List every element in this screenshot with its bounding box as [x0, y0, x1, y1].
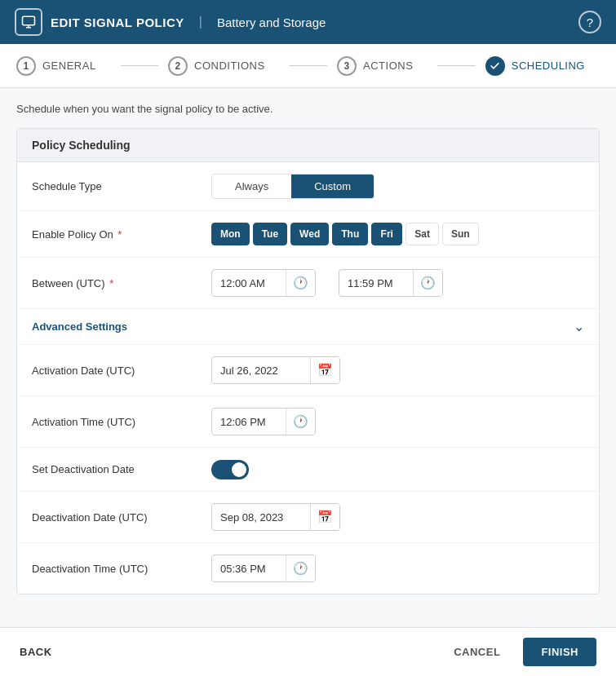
day-fri-button[interactable]: Fri	[371, 223, 402, 245]
step-connector-2	[290, 65, 327, 66]
step-conditions-label: CONDITIONS	[194, 60, 265, 72]
step-general-label: GENERAL	[42, 60, 96, 72]
between-control: 🕐 🕐	[211, 269, 584, 297]
header-separator: |	[199, 15, 202, 29]
finish-button[interactable]: FINISH	[523, 638, 596, 666]
header-left: EDIT SIGNAL POLICY | Battery and Storage	[15, 8, 326, 36]
step-general[interactable]: 1 GENERAL	[16, 56, 111, 76]
step-connector-1	[121, 65, 158, 66]
deactivation-date-label: Deactivation Date (UTC)	[32, 511, 211, 524]
between-row: Between (UTC) * 🕐 🕐	[17, 258, 599, 309]
day-mon-button[interactable]: Mon	[211, 223, 250, 245]
start-time-wrap: 🕐	[211, 269, 316, 297]
header-subtitle: Battery and Storage	[217, 15, 326, 29]
step-conditions[interactable]: 2 CONDITIONS	[168, 56, 280, 76]
header: EDIT SIGNAL POLICY | Battery and Storage…	[0, 0, 616, 44]
activation-date-control: 📅	[211, 356, 584, 384]
footer-right: CANCEL FINISH	[441, 638, 596, 666]
start-time-input[interactable]	[212, 272, 286, 295]
activation-time-label: Activation Time (UTC)	[32, 416, 211, 428]
deactivation-date-wrap: 📅	[211, 503, 340, 531]
end-time-input[interactable]	[339, 272, 413, 295]
advanced-settings-row[interactable]: Advanced Settings ⌄	[17, 309, 599, 345]
activation-time-input[interactable]	[212, 410, 286, 434]
set-deactivation-label: Set Deactivation Date	[32, 463, 211, 475]
header-title: EDIT SIGNAL POLICY	[51, 15, 184, 29]
day-tue-button[interactable]: Tue	[253, 223, 287, 245]
deactivation-date-row: Deactivation Date (UTC) 📅	[17, 492, 599, 543]
step-actions-label: ACTIONS	[363, 60, 413, 72]
card-title: Policy Scheduling	[17, 129, 599, 162]
step-scheduling-circle	[485, 56, 505, 76]
cancel-button[interactable]: CANCEL	[441, 638, 513, 666]
end-time-wrap: 🕐	[339, 269, 443, 297]
deactivation-date-control: 📅	[211, 503, 584, 531]
help-button[interactable]: ?	[578, 11, 601, 33]
set-deactivation-control	[211, 460, 584, 479]
activation-date-input[interactable]	[212, 359, 310, 382]
day-thu-button[interactable]: Thu	[332, 223, 368, 245]
between-label: Between (UTC) *	[32, 277, 211, 289]
start-time-icon[interactable]: 🕐	[286, 270, 315, 296]
steps-nav: 1 GENERAL 2 CONDITIONS 3 ACTIONS SCHEDUL…	[0, 44, 616, 88]
enable-policy-label: Enable Policy On *	[32, 228, 211, 241]
deactivation-time-wrap: 🕐	[211, 554, 316, 582]
chevron-down-icon: ⌄	[574, 319, 584, 334]
activation-time-row: Activation Time (UTC) 🕐	[17, 396, 599, 448]
schedule-always-button[interactable]: Always	[212, 175, 291, 198]
schedule-custom-button[interactable]: Custom	[291, 175, 374, 198]
deactivation-time-control: 🕐	[211, 554, 584, 582]
content-area: Schedule when you want the signal policy…	[0, 88, 616, 627]
page-description: Schedule when you want the signal policy…	[16, 103, 600, 115]
activation-time-wrap: 🕐	[211, 408, 316, 435]
step-actions[interactable]: 3 ACTIONS	[337, 56, 428, 76]
activation-date-calendar-icon[interactable]: 📅	[310, 357, 339, 383]
step-actions-circle: 3	[337, 56, 357, 76]
deactivation-time-label: Deactivation Time (UTC)	[32, 563, 211, 575]
step-conditions-circle: 2	[168, 56, 188, 76]
activation-date-wrap: 📅	[211, 356, 340, 384]
deactivation-time-icon[interactable]: 🕐	[286, 555, 315, 581]
back-button[interactable]: BACK	[20, 646, 52, 658]
schedule-type-label: Schedule Type	[32, 180, 211, 192]
footer: BACK CANCEL FINISH	[0, 627, 616, 676]
step-general-circle: 1	[16, 56, 36, 76]
signal-icon	[15, 8, 42, 36]
step-connector-3	[437, 65, 475, 66]
schedule-type-group: Always Custom	[211, 174, 374, 199]
required-indicator: *	[115, 228, 122, 241]
activation-date-row: Activation Date (UTC) 📅	[17, 345, 599, 396]
step-scheduling-label: SCHEDULING	[512, 60, 585, 72]
deactivation-time-input[interactable]	[212, 557, 286, 581]
card-body: Schedule Type Always Custom Enable Polic…	[17, 162, 599, 594]
activation-time-icon[interactable]: 🕐	[286, 409, 315, 435]
activation-time-control: 🕐	[211, 408, 584, 435]
schedule-type-row: Schedule Type Always Custom	[17, 162, 599, 211]
deactivation-date-input[interactable]	[212, 506, 310, 529]
step-scheduling[interactable]: SCHEDULING	[485, 56, 600, 76]
activation-date-label: Activation Date (UTC)	[32, 365, 211, 377]
day-sun-button[interactable]: Sun	[442, 223, 479, 245]
toggle-thumb	[232, 462, 246, 477]
deactivation-date-calendar-icon[interactable]: 📅	[310, 504, 339, 530]
deactivation-time-row: Deactivation Time (UTC) 🕐	[17, 543, 599, 594]
between-required: *	[107, 277, 114, 289]
day-wed-button[interactable]: Wed	[290, 223, 329, 245]
day-sat-button[interactable]: Sat	[405, 223, 439, 245]
deactivation-toggle[interactable]	[211, 460, 249, 479]
end-time-icon[interactable]: 🕐	[413, 270, 442, 296]
set-deactivation-row: Set Deactivation Date	[17, 448, 599, 492]
schedule-type-control: Always Custom	[211, 174, 584, 199]
day-buttons-area: Mon Tue Wed Thu Fri Sat Sun	[211, 223, 584, 245]
day-btn-group: Mon Tue Wed Thu Fri Sat Sun	[211, 223, 479, 245]
policy-scheduling-card: Policy Scheduling Schedule Type Always C…	[16, 128, 600, 594]
svg-rect-0	[23, 16, 35, 25]
advanced-settings-label: Advanced Settings	[32, 320, 127, 333]
enable-policy-row: Enable Policy On * Mon Tue Wed Thu Fri S…	[17, 211, 599, 258]
